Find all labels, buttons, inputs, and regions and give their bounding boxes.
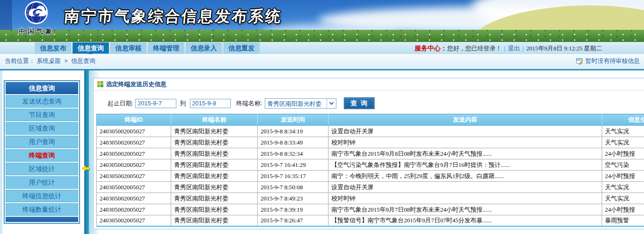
breadcrumb: 当前位置： 系统桌面 > 信息查询	[5, 54, 95, 68]
sidebar-items: 发送状态查询 节目查询 区域查询 用户查询 终端查询	[6, 95, 78, 216]
to-label: 到	[180, 99, 186, 108]
nav-tab[interactable]: 信息重发	[223, 42, 260, 54]
table-row: 240305002005027 青秀区南阳新光村委 2015-9-8 8:32:…	[97, 148, 644, 159]
terminal-select[interactable]: 青秀区南阳新光村委	[265, 98, 336, 109]
cell-content: 设置自动开关屏	[329, 182, 602, 193]
system-title: 南宁市气象综合信息发布系统	[63, 6, 283, 27]
table-column-header: 终端ID	[97, 114, 171, 126]
cell-content: 【预警信号】南宁市气象台2015年9月7日07时45分发布暴......	[329, 215, 602, 227]
grid-squares-icon	[97, 81, 103, 87]
nav-tab[interactable]: 信息发布	[35, 42, 71, 54]
login-greeting: 您好，您已经登录！	[447, 45, 502, 52]
nav-tab[interactable]: 信息录入	[186, 42, 222, 54]
sidebar-item-label: 节目查询	[29, 111, 55, 118]
table-row: 240305002005027 青秀区南阳新光村委 2015-9-7 16:41…	[97, 159, 644, 171]
sidebar-item[interactable]: 用户查询	[6, 136, 78, 148]
service-center-label: 服务中心：	[415, 44, 447, 52]
cell-send-time: 2015-9-7 16:35:17	[258, 171, 329, 182]
sidebar-item[interactable]: 区域统计	[6, 163, 78, 175]
cell-slot: 24小时预报	[602, 204, 644, 215]
nav-tabs: 信息发布 信息查询 信息审核 终端管理	[35, 42, 261, 54]
terminal-name-label: 终端名称:	[236, 99, 262, 108]
table-row: 240305002005027 青秀区南阳新光村委 2015-9-7 8:26:…	[97, 215, 644, 227]
table-column-header: 信息位	[602, 114, 644, 126]
cell-terminal-id: 240305002005027	[97, 137, 171, 148]
cell-send-time: 2015-9-7 8:50:08	[258, 182, 329, 193]
cell-content: 南宁市气象台2015年9月7日08时发布未来24小时天气预报......	[329, 204, 602, 215]
cell-content: 【空气污染气象条件预报】南宁市气象台9月7日16时提供：预计......	[329, 159, 602, 171]
date-range-label: 起止日期:	[107, 99, 134, 108]
edit-note-icon	[576, 58, 583, 65]
cell-send-time: 2015-9-7 8:39:19	[258, 204, 329, 215]
terminal-select-value: 青秀区南阳新光村委	[265, 99, 327, 108]
logout-link[interactable]: 退出	[508, 45, 520, 52]
cell-terminal-id: 240305002005027	[97, 193, 171, 204]
table-row: 240305002005027 青秀区南阳新光村委 2015-9-7 16:35…	[97, 171, 644, 182]
sidebar-item[interactable]: 终端查询	[6, 149, 78, 162]
table-row: 240305002005027 青秀区南阳新光村委 2015-9-7 8:39:…	[97, 204, 644, 215]
cell-terminal-name: 青秀区南阳新光村委	[171, 204, 258, 215]
cell-send-time: 2015-9-7 8:49:23	[258, 193, 329, 204]
table-row: 240305002005027 青秀区南阳新光村委 2015-9-7 8:49:…	[97, 193, 644, 204]
arrow-tip	[81, 165, 86, 171]
cell-terminal-name: 青秀区南阳新光村委	[171, 182, 258, 193]
cell-terminal-id: 240305002005027	[97, 215, 171, 227]
app-window: 中国气象 南宁市气象综合信息发布系统 信息发布 信息查询 信息审核	[0, 0, 644, 234]
sidebar-item[interactable]: 用户统计	[6, 176, 78, 189]
cell-send-time: 2015-9-8 8:34:19	[258, 126, 329, 137]
date-from-input[interactable]	[135, 99, 176, 108]
cell-terminal-name: 青秀区南阳新光村委	[171, 159, 258, 171]
sidebar-item-label: 用户统计	[29, 179, 55, 186]
cell-terminal-id: 240305002005027	[97, 182, 171, 193]
breadcrumb-separator: >	[64, 58, 67, 64]
sidebar-menu: 信息查询 发送状态查询 节目查询 区域查询 用户查询	[4, 80, 80, 224]
nav-tab-label: 信息审核	[115, 44, 141, 52]
date-to-input[interactable]	[190, 99, 231, 108]
table-body: 240305002005027 青秀区南阳新光村委 2015-9-8 8:34:…	[97, 126, 644, 227]
cell-terminal-id: 240305002005027	[97, 204, 171, 215]
history-table: 终端ID 终端名称 发送时间 发送内容 信息位 240305002005027	[96, 114, 644, 227]
table-header-row: 终端ID 终端名称 发送时间 发送内容 信息位	[97, 114, 644, 126]
sidebar-item[interactable]: 终端信息统计	[6, 190, 78, 202]
sidebar-item-label: 终端查询	[29, 151, 55, 159]
table-row: 240305002005027 青秀区南阳新光村委 2015-9-8 8:34:…	[97, 126, 644, 137]
cell-send-time: 2015-9-8 8:33:49	[258, 137, 329, 148]
cell-send-time: 2015-9-7 16:41:29	[258, 159, 329, 171]
table-row: 240305002005027 青秀区南阳新光村委 2015-9-7 8:50:…	[97, 182, 644, 193]
cell-terminal-id: 240305002005027	[97, 159, 171, 171]
nav-bar: 信息发布 信息查询 信息审核 终端管理	[0, 42, 644, 54]
sidebar-item-label: 区域查询	[29, 124, 55, 132]
sidebar-collapse-arrow-icon[interactable]	[81, 165, 89, 171]
cma-logo: 中国气象	[12, 0, 60, 36]
cell-slot: 空气污染	[602, 159, 644, 171]
panel-title: 选定终端发送历史信息	[106, 78, 167, 90]
cell-content: 南宁：今晚到明天，中雨，25到29度，偏东风1到2级。白露躇......	[329, 171, 602, 182]
cell-content: 校对时钟	[329, 137, 602, 148]
content-panel: 选定终端发送历史信息 起止日期: 到 终端名称: 青秀区南阳新光村委 查 询	[93, 78, 644, 229]
sidebar-item[interactable]: 区域查询	[6, 122, 78, 135]
vertical-divider[interactable]	[84, 70, 89, 234]
cell-send-time: 2015-9-8 8:32:34	[258, 148, 329, 159]
spiral-globe-icon	[24, 0, 48, 25]
cell-terminal-id: 240305002005027	[97, 171, 171, 182]
sidebar-item[interactable]: 终端数量统计	[6, 203, 78, 216]
nav-tab[interactable]: 终端管理	[148, 42, 184, 54]
nav-tab[interactable]: 信息审核	[110, 42, 147, 54]
sidebar-item-label: 发送状态查询	[22, 97, 61, 105]
nav-tab[interactable]: 信息查询	[73, 42, 109, 54]
breadcrumb-home-link[interactable]: 系统桌面	[37, 57, 61, 64]
chevron-down-icon[interactable]	[327, 99, 336, 108]
cell-content: 校对时钟	[329, 193, 602, 204]
query-form: 起止日期: 到 终端名称: 青秀区南阳新光村委 查 询	[107, 97, 644, 109]
separator: |	[522, 45, 523, 52]
sidebar-item-label: 区域统计	[29, 165, 55, 172]
sidebar-item[interactable]: 节目查询	[6, 109, 78, 121]
cell-slot: 暴雨预警	[602, 215, 644, 227]
sidebar-item[interactable]: 发送状态查询	[6, 95, 78, 108]
sidebar-header: 信息查询	[6, 82, 78, 94]
sidebar-item-label: 终端信息统计	[22, 192, 61, 200]
query-button[interactable]: 查 询	[344, 97, 375, 109]
cell-slot: 24小时预报	[602, 171, 644, 182]
arrow-tail	[86, 167, 89, 170]
separator: |	[504, 45, 505, 52]
